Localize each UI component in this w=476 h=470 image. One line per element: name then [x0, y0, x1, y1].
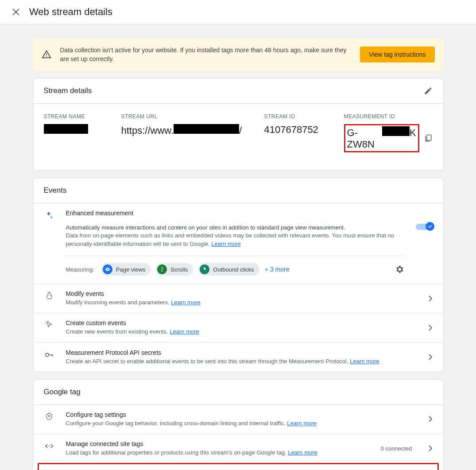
row-title: Modify events	[66, 290, 412, 297]
learn-more-link[interactable]: Learn more	[171, 299, 200, 306]
events-card: Events Enhanced measurement Automaticall…	[33, 178, 444, 372]
code-icon	[44, 440, 54, 451]
row-desc: Configure your Google tag behavior, incl…	[66, 420, 412, 427]
configure-tag-settings-row[interactable]: Configure tag settings Configure your Go…	[33, 404, 443, 434]
enhanced-measurement-title: Enhanced measurement	[66, 210, 404, 217]
cursor-icon	[44, 319, 54, 329]
stream-name-label: STREAM NAME	[44, 113, 112, 120]
close-icon[interactable]	[11, 8, 21, 16]
more-measurements-link[interactable]: + 3 more	[265, 266, 290, 273]
gear-icon[interactable]	[395, 264, 404, 274]
page-header: Web stream details	[0, 0, 476, 24]
measuring-label: Measuring:	[66, 266, 94, 273]
chevron-right-icon	[424, 416, 433, 423]
scroll-icon	[157, 264, 167, 274]
warning-text: Data collection isn't active for your we…	[60, 46, 352, 64]
row-desc: Create an API secret to enable additiona…	[66, 357, 412, 365]
enhanced-measurement-row: Enhanced measurement Automatically measu…	[33, 203, 443, 284]
edit-icon[interactable]	[424, 86, 433, 95]
view-tag-instructions-row[interactable]: View tag instructions Get instructions f…	[39, 464, 437, 470]
scrolls-chip: Scrolls	[156, 263, 193, 276]
stream-details-title: Stream details	[44, 86, 92, 95]
copy-icon[interactable]	[424, 134, 433, 143]
api-secrets-row[interactable]: Measurement Protocol API secrets Create …	[33, 342, 443, 372]
learn-more-link[interactable]: Learn more	[211, 241, 240, 247]
svg-rect-2	[426, 135, 431, 140]
sparkle-icon	[44, 210, 54, 276]
enhanced-measurement-desc: Automatically measure interactions and c…	[66, 224, 404, 249]
chevron-right-icon	[424, 445, 433, 452]
connected-count: 0 connected	[381, 445, 412, 452]
touch-icon	[44, 290, 54, 300]
outbound-clicks-chip: Outbound clicks	[198, 263, 259, 276]
row-title: Manage connected site tags	[66, 440, 369, 447]
row-title: Create custom events	[66, 319, 412, 326]
row-desc: Modify incoming events and parameters. L…	[66, 299, 412, 307]
stream-id-label: STREAM ID	[264, 113, 335, 120]
stream-name-value	[44, 124, 112, 136]
stream-url-value: https://www./	[121, 124, 255, 136]
measurement-id-value: G-ZW8NK	[344, 124, 419, 152]
view-tag-instructions-button[interactable]: View tag instructions	[360, 47, 434, 62]
row-title: Measurement Protocol API secrets	[66, 349, 412, 356]
chevron-right-icon	[424, 324, 433, 331]
warning-icon	[42, 50, 51, 59]
learn-more-link[interactable]: Learn more	[170, 328, 199, 335]
row-title: Configure tag settings	[66, 411, 412, 418]
google-tag-card: Google tag Configure tag settings Config…	[33, 379, 444, 470]
page-title: Web stream details	[29, 6, 112, 18]
svg-point-7	[48, 446, 49, 447]
enhanced-measurement-toggle[interactable]	[416, 222, 433, 231]
learn-more-link[interactable]: Learn more	[288, 449, 317, 456]
svg-point-3	[107, 268, 108, 270]
svg-point-6	[48, 415, 50, 416]
chevron-right-icon	[424, 353, 433, 361]
google-tag-title: Google tag	[44, 388, 81, 396]
stream-url-label: STREAM URL	[121, 113, 255, 120]
svg-point-1	[46, 56, 47, 57]
events-title: Events	[44, 186, 67, 195]
chevron-right-icon	[424, 295, 433, 302]
learn-more-link[interactable]: Learn more	[350, 358, 379, 365]
stream-details-card: Stream details STREAM NAME STREAM URL ht…	[33, 78, 444, 171]
warning-banner: Data collection isn't active for your we…	[33, 39, 444, 71]
svg-point-5	[45, 353, 48, 356]
row-desc: Create new events from existing events. …	[66, 328, 412, 336]
page-views-chip: Page views	[101, 263, 151, 276]
learn-more-link[interactable]: Learn more	[287, 420, 316, 427]
stream-id-value: 4107678752	[264, 124, 335, 136]
modify-events-row[interactable]: Modify events Modify incoming events and…	[33, 284, 443, 313]
tag-icon	[44, 411, 54, 421]
manage-connected-tags-row[interactable]: Manage connected site tags Load tags for…	[33, 434, 443, 463]
svg-point-4	[162, 269, 163, 270]
row-desc: Load tags for additional properties or p…	[66, 449, 369, 457]
click-icon	[200, 264, 209, 274]
create-custom-events-row[interactable]: Create custom events Create new events f…	[33, 313, 443, 342]
eye-icon	[103, 264, 112, 274]
measurement-id-label: MEASUREMENT ID	[344, 113, 433, 120]
key-icon	[44, 349, 54, 360]
